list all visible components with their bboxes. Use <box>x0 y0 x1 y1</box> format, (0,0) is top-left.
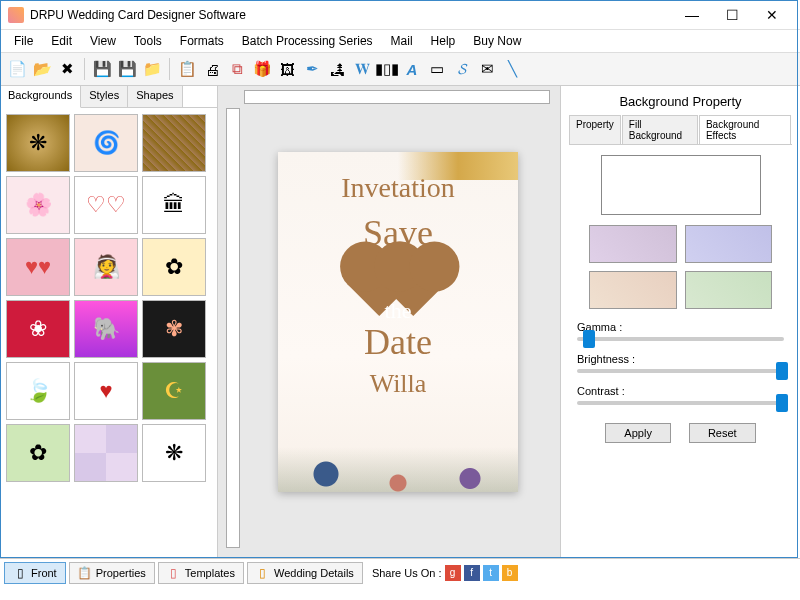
text-icon[interactable]: A <box>401 58 423 80</box>
bg-thumb[interactable]: 🏛 <box>142 176 206 234</box>
shape-icon[interactable]: ▭ <box>426 58 448 80</box>
image-icon[interactable]: 🖼 <box>276 58 298 80</box>
googleplus-icon[interactable]: g <box>445 565 461 581</box>
signature-icon[interactable]: 𝓢 <box>451 58 473 80</box>
bg-thumb[interactable] <box>142 114 206 172</box>
share-label: Share Us On : <box>372 567 442 579</box>
templates-button[interactable]: ▯Templates <box>158 562 244 584</box>
titlebar: DRPU Wedding Card Designer Software — ☐ … <box>0 0 800 30</box>
export-icon[interactable]: 📁 <box>141 58 163 80</box>
document-icon[interactable]: 📋 <box>176 58 198 80</box>
tab-property[interactable]: Property <box>569 115 621 144</box>
print-icon[interactable]: 🖨 <box>201 58 223 80</box>
wedding-details-button[interactable]: ▯Wedding Details <box>247 562 363 584</box>
tab-styles[interactable]: Styles <box>81 86 128 107</box>
toolbar: 📄 📂 ✖ 💾 💾 📁 📋 🖨 ⧉ 🎁 🖼 ✒ 🏞 𝐖 ▮▯▮ A ▭ 𝓢 ✉ … <box>0 52 800 86</box>
texture-option[interactable] <box>589 225 677 263</box>
bg-thumb[interactable]: 👰 <box>74 238 138 296</box>
bg-thumb[interactable]: ✿ <box>142 238 206 296</box>
bg-thumb[interactable]: 🌀 <box>74 114 138 172</box>
texture-option[interactable] <box>589 271 677 309</box>
maximize-button[interactable]: ☐ <box>712 1 752 29</box>
menu-buynow[interactable]: Buy Now <box>465 32 529 50</box>
barcode-icon[interactable]: ▮▯▮ <box>376 58 398 80</box>
card-date-text: Date <box>278 321 518 363</box>
bottom-bar: ▯Front 📋Properties ▯Templates ▯Wedding D… <box>0 558 800 586</box>
texture-option[interactable] <box>685 225 773 263</box>
gift-icon[interactable]: 🎁 <box>251 58 273 80</box>
reset-button[interactable]: Reset <box>689 423 756 443</box>
menu-edit[interactable]: Edit <box>43 32 80 50</box>
save-icon[interactable]: 💾 <box>91 58 113 80</box>
contrast-group: Contrast : <box>577 385 784 405</box>
app-icon <box>8 7 24 23</box>
menu-formats[interactable]: Formats <box>172 32 232 50</box>
bg-thumb[interactable]: 🌸 <box>6 176 70 234</box>
properties-button[interactable]: 📋Properties <box>69 562 155 584</box>
menu-batch[interactable]: Batch Processing Series <box>234 32 381 50</box>
minimize-button[interactable]: — <box>672 1 712 29</box>
brightness-group: Brightness : <box>577 353 784 373</box>
delete-icon[interactable]: ✖ <box>56 58 78 80</box>
wedding-card[interactable]: Invetation Save the Date Willa <box>278 152 518 492</box>
saveas-icon[interactable]: 💾 <box>116 58 138 80</box>
contrast-label: Contrast : <box>577 385 784 397</box>
tab-backgrounds[interactable]: Backgrounds <box>0 86 81 108</box>
background-grid: ❋ 🌀 🌸 ♡♡ 🏛 ♥♥ 👰 ✿ ❀ 🐘 ✾ 🍃 ♥ ☪ ✿ ❋ <box>0 108 217 558</box>
bg-thumb[interactable]: ☪ <box>142 362 206 420</box>
apply-button[interactable]: Apply <box>605 423 671 443</box>
pen-icon[interactable]: ✒ <box>301 58 323 80</box>
bg-thumb[interactable]: ❋ <box>6 114 70 172</box>
bg-thumb[interactable]: ❋ <box>142 424 206 482</box>
details-icon: ▯ <box>256 566 270 580</box>
tab-background-effects[interactable]: Background Effects <box>699 115 791 144</box>
panel-buttons: Apply Reset <box>569 423 792 443</box>
menubar: File Edit View Tools Formats Batch Proce… <box>0 30 800 52</box>
card-name-text: Willa <box>278 369 518 399</box>
bg-thumb[interactable]: ♥♥ <box>6 238 70 296</box>
bg-thumb[interactable] <box>74 424 138 482</box>
open-icon[interactable]: 📂 <box>31 58 53 80</box>
brightness-label: Brightness : <box>577 353 784 365</box>
ruler-vertical <box>226 108 240 548</box>
contrast-slider[interactable] <box>577 401 784 405</box>
bg-thumb[interactable]: ✾ <box>142 300 206 358</box>
wordart-icon[interactable]: 𝐖 <box>351 58 373 80</box>
templates-icon: ▯ <box>167 566 181 580</box>
mail-icon[interactable]: ✉ <box>476 58 498 80</box>
bg-thumb[interactable]: ❀ <box>6 300 70 358</box>
blogger-icon[interactable]: b <box>502 565 518 581</box>
tab-fill-background[interactable]: Fill Background <box>622 115 698 144</box>
gamma-group: Gamma : <box>577 321 784 341</box>
twitter-icon[interactable]: t <box>483 565 499 581</box>
picture-icon[interactable]: 🏞 <box>326 58 348 80</box>
tab-shapes[interactable]: Shapes <box>128 86 182 107</box>
left-panel: Backgrounds Styles Shapes ❋ 🌀 🌸 ♡♡ 🏛 ♥♥ … <box>0 86 218 558</box>
front-button[interactable]: ▯Front <box>4 562 66 584</box>
bg-thumb[interactable]: ✿ <box>6 424 70 482</box>
menu-help[interactable]: Help <box>423 32 464 50</box>
texture-option[interactable] <box>685 271 773 309</box>
card-the-text: the <box>278 298 518 324</box>
menu-tools[interactable]: Tools <box>126 32 170 50</box>
canvas-area[interactable]: Invetation Save the Date Willa <box>218 86 560 558</box>
facebook-icon[interactable]: f <box>464 565 480 581</box>
bg-thumb[interactable]: 🐘 <box>74 300 138 358</box>
brightness-slider[interactable] <box>577 369 784 373</box>
bg-thumb[interactable]: ♡♡ <box>74 176 138 234</box>
copy-icon[interactable]: ⧉ <box>226 58 248 80</box>
right-tabs: Property Fill Background Background Effe… <box>569 115 792 145</box>
left-tabs: Backgrounds Styles Shapes <box>0 86 217 108</box>
menu-file[interactable]: File <box>6 32 41 50</box>
menu-mail[interactable]: Mail <box>383 32 421 50</box>
menu-view[interactable]: View <box>82 32 124 50</box>
separator <box>84 58 85 80</box>
gamma-slider[interactable] <box>577 337 784 341</box>
new-icon[interactable]: 📄 <box>6 58 28 80</box>
bg-thumb[interactable]: 🍃 <box>6 362 70 420</box>
line-icon[interactable]: ╲ <box>501 58 523 80</box>
texture-grid <box>569 225 792 309</box>
app-title: DRPU Wedding Card Designer Software <box>30 8 672 22</box>
close-button[interactable]: ✕ <box>752 1 792 29</box>
bg-thumb[interactable]: ♥ <box>74 362 138 420</box>
